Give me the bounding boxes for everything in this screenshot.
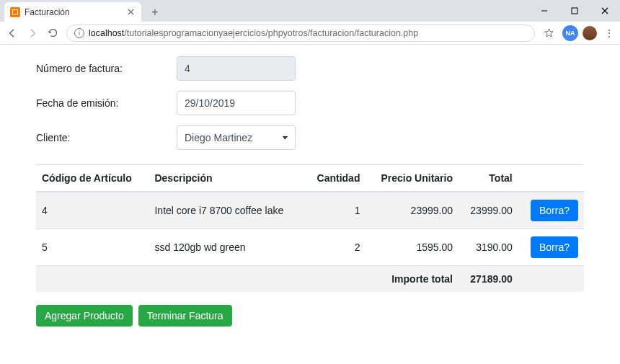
cell-unit: 1595.00 xyxy=(366,229,459,266)
invoice-number-label: Número de factura: xyxy=(36,63,177,74)
page-content: Número de factura: Fecha de emisión: Cli… xyxy=(0,45,620,364)
url-path: /tutorialesprogramacionyaejercicios/phpy… xyxy=(124,28,418,38)
cell-unit: 23999.00 xyxy=(366,192,459,229)
delete-button[interactable]: Borra? xyxy=(531,236,578,258)
menu-icon[interactable]: ⋮ xyxy=(601,27,617,39)
row-invoice-number: Número de factura: xyxy=(36,56,584,81)
cell-total: 23999.00 xyxy=(459,192,518,229)
window-controls xyxy=(529,0,620,22)
reload-button[interactable] xyxy=(43,24,62,43)
cell-action: Borra? xyxy=(518,192,584,229)
cell-desc: Intel core i7 8700 coffee lake xyxy=(149,192,305,229)
extension-icon[interactable]: NA xyxy=(562,25,578,41)
cell-qty: 1 xyxy=(305,192,366,229)
url-field[interactable]: i localhost/tutorialesprogramacionyaejer… xyxy=(66,25,535,42)
client-select[interactable]: Diego Martinez xyxy=(177,125,296,150)
th-actions xyxy=(518,165,584,192)
th-desc: Descripción xyxy=(149,165,305,192)
th-unit: Precio Unitario xyxy=(366,165,459,192)
cell-code: 5 xyxy=(36,229,149,266)
star-icon[interactable] xyxy=(539,24,558,43)
footer-label: Importe total xyxy=(366,266,459,293)
url-domain: localhost xyxy=(89,28,124,38)
tab-strip: Facturación + xyxy=(0,0,620,22)
delete-button[interactable]: Borra? xyxy=(531,200,578,221)
profile-avatar[interactable] xyxy=(583,26,597,40)
footer-total: 27189.00 xyxy=(459,266,518,293)
back-button[interactable] xyxy=(3,24,22,43)
date-label: Fecha de emisión: xyxy=(36,97,177,109)
date-input[interactable] xyxy=(177,91,296,115)
minimize-button[interactable] xyxy=(529,0,559,22)
new-tab-button[interactable]: + xyxy=(146,3,164,22)
tab-title: Facturación xyxy=(25,7,123,17)
th-code: Código de Artículo xyxy=(36,165,149,192)
add-product-button[interactable]: Agregar Producto xyxy=(36,305,133,327)
row-client: Cliente: Diego Martinez xyxy=(36,125,584,150)
th-qty: Cantidad xyxy=(305,165,366,192)
maximize-button[interactable] xyxy=(559,0,590,22)
cell-desc: ssd 120gb wd green xyxy=(149,229,305,266)
forward-button[interactable] xyxy=(23,24,42,43)
action-buttons: Agregar Producto Terminar Factura xyxy=(36,305,584,327)
invoice-number-input xyxy=(177,56,296,81)
address-bar: i localhost/tutorialesprogramacionyaejer… xyxy=(0,22,620,45)
footer-spacer2 xyxy=(518,266,584,293)
finish-invoice-button[interactable]: Terminar Factura xyxy=(138,305,232,327)
table-row: 5 ssd 120gb wd green 2 1595.00 3190.00 B… xyxy=(36,229,584,266)
table-row: 4 Intel core i7 8700 coffee lake 1 23999… xyxy=(36,192,584,229)
footer-spacer xyxy=(36,266,366,293)
close-window-button[interactable] xyxy=(590,0,620,22)
items-table: Código de Artículo Descripción Cantidad … xyxy=(36,164,584,292)
browser-tab[interactable]: Facturación xyxy=(4,2,141,22)
close-icon[interactable] xyxy=(125,7,136,17)
cell-qty: 2 xyxy=(305,229,366,266)
xampp-icon xyxy=(10,7,20,17)
cell-code: 4 xyxy=(36,192,149,229)
table-header-row: Código de Artículo Descripción Cantidad … xyxy=(36,165,584,192)
client-label: Cliente: xyxy=(36,132,177,143)
row-date: Fecha de emisión: xyxy=(36,91,584,115)
cell-total: 3190.00 xyxy=(459,229,518,266)
svg-rect-0 xyxy=(572,8,577,14)
table-footer-row: Importe total 27189.00 xyxy=(36,266,584,293)
th-total: Total xyxy=(459,165,518,192)
cell-action: Borra? xyxy=(518,229,584,266)
browser-window: Facturación + i localhost/tutorialesprog… xyxy=(0,0,620,364)
site-info-icon[interactable]: i xyxy=(74,28,84,38)
